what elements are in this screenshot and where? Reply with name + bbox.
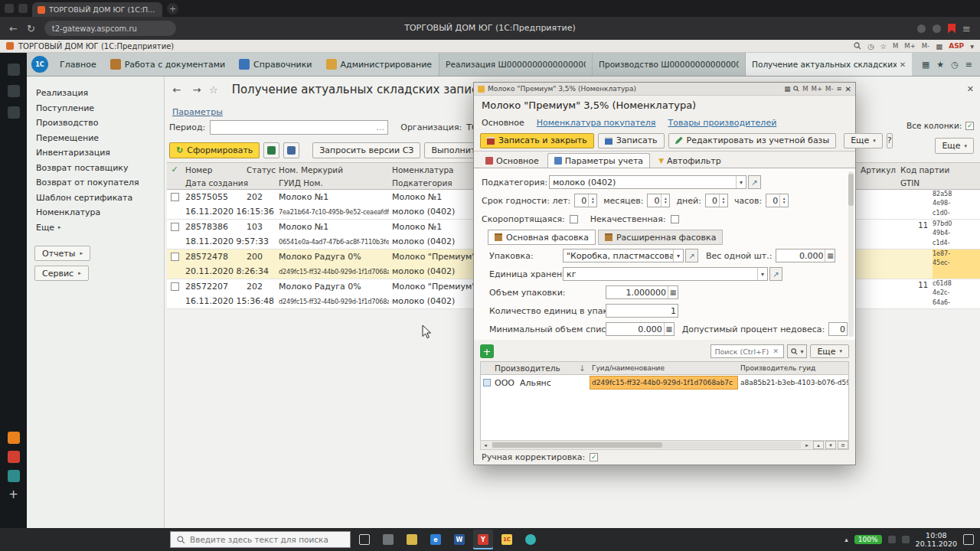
form-forward-button[interactable]: →	[189, 83, 204, 96]
taskbar-app-teal-icon[interactable]	[521, 530, 541, 549]
subtab-main[interactable]: Основное	[479, 153, 546, 168]
dropdown-icon[interactable]: ▾	[736, 176, 746, 188]
extended-packing-tab[interactable]: Расширенная фасовка	[598, 230, 723, 245]
header-more-icon[interactable]: ▾	[970, 42, 974, 51]
row-checkbox[interactable]	[171, 193, 179, 201]
days-stepper[interactable]: 0 ▴▾	[705, 194, 728, 207]
storage-unit-field[interactable]: кг ▾	[563, 267, 768, 281]
sidebar-item-nomenclature[interactable]: Номенклатура	[27, 205, 164, 220]
calculator-icon[interactable]: ▦	[825, 249, 835, 262]
columns-more-button[interactable]: Еще ▾	[935, 138, 974, 154]
form-scrollbar[interactable]	[848, 171, 854, 337]
history-icon[interactable]: ◷	[867, 42, 874, 51]
dock-window-icon[interactable]: ▦	[784, 85, 790, 93]
dialog-titlebar[interactable]: Молоко "Премиум" 3,5% (Номенклатура) ▦ М…	[474, 83, 855, 96]
right-columns-row[interactable]: 11 97bd0 49b4- c1d4-	[856, 220, 980, 249]
request-versions-button[interactable]: Запросить версии СЗ	[312, 142, 420, 158]
subtab-autofilter[interactable]: ▼ Автофильтр	[652, 153, 728, 168]
col-status[interactable]: Статус	[243, 165, 276, 174]
extension-icon[interactable]	[933, 24, 941, 33]
right-columns-header[interactable]: Артикул Код партии GTIN	[856, 162, 980, 190]
calculator-icon[interactable]: ▦	[936, 42, 942, 51]
memory-mplus-button[interactable]: М+	[812, 85, 822, 93]
subcategory-field[interactable]: молоко (0402) ▾	[549, 175, 746, 189]
scroll-up-button[interactable]: ▴	[813, 441, 824, 449]
col-article[interactable]: Артикул	[856, 165, 897, 174]
document-tab-production[interactable]: Производство Ш00000000000000000039 от ..…	[592, 53, 745, 76]
menu-more-icon[interactable]: ≡	[965, 60, 972, 70]
sidebar-item-receipt[interactable]: Поступление	[27, 101, 164, 116]
col-batch[interactable]: Код партии	[897, 165, 949, 174]
favorites-star-icon[interactable]: ★	[936, 60, 944, 70]
producers-table-header[interactable]: Производитель ↓ Гуид/наименование Произв…	[480, 361, 849, 375]
dialog-close-icon[interactable]: ✕	[845, 85, 851, 93]
select-all-check-icon[interactable]: ✓	[171, 165, 178, 174]
onec-app-icon[interactable]: 1С	[497, 530, 517, 549]
service-button[interactable]: Сервис ▸	[34, 266, 89, 281]
sidebar-item-return-from-buyer[interactable]: Возврат от покупателя	[27, 175, 164, 191]
sidebar-item-transfer[interactable]: Перемещение	[27, 131, 164, 146]
perishable-checkbox[interactable]	[570, 215, 578, 223]
dock-add-button[interactable]: +	[8, 489, 18, 500]
word-icon[interactable]: W	[449, 530, 469, 549]
right-columns-row[interactable]: 82a58 4e98- c1d0-	[856, 190, 980, 220]
open-subcategory-button[interactable]: ↗	[748, 175, 761, 189]
open-package-button[interactable]: ↗	[685, 249, 698, 262]
bookmark-flag-icon[interactable]	[948, 24, 956, 34]
months-stepper[interactable]: 0 ▴▾	[647, 194, 670, 207]
navtab-buyer-nomenclature[interactable]: Номенклатура покупателя	[537, 118, 656, 128]
sidebar-item-inventory[interactable]: Инвентаризация	[27, 145, 164, 161]
producer-row[interactable]: ООО Альянс d249fc15-ff32-44b0-929d-1f1d7…	[480, 375, 849, 390]
taskbar-clock[interactable]: 10:08 20.11.2020	[916, 531, 957, 548]
extension-icon[interactable]	[917, 24, 926, 33]
save-button[interactable]: Записать	[598, 133, 665, 148]
producers-more-button[interactable]: Еще ▾	[810, 344, 849, 358]
row-checkbox[interactable]	[171, 253, 179, 261]
browser-menu-icon[interactable]: ≡	[962, 23, 971, 34]
dock-icon-1[interactable]	[8, 64, 20, 76]
parameters-link[interactable]: Параметры	[172, 107, 223, 117]
right-columns-row-selected[interactable]: 1e87- 45ec-	[856, 249, 980, 279]
memory-m-button[interactable]: М	[893, 42, 898, 50]
notification-center-icon[interactable]	[963, 534, 974, 545]
generate-button[interactable]: ↻ Сформировать	[169, 142, 260, 158]
sidebar-item-certificate-template[interactable]: Шаблон сертификата	[27, 191, 164, 206]
search-icon[interactable]	[854, 42, 861, 50]
browser-tab[interactable]: ТОРГОВЫЙ ДОМ ЮГ (1С:П...	[32, 2, 162, 17]
navtab-producer-goods[interactable]: Товары производителей	[668, 118, 776, 128]
edge-browser-icon[interactable]: e	[426, 530, 446, 549]
reports-button[interactable]: Отчеты ▸	[34, 246, 90, 261]
list-menu-button[interactable]: ≡	[838, 441, 848, 449]
col-guid-name[interactable]: Гуид/наименование	[590, 364, 738, 372]
col-producer[interactable]: Производитель	[493, 364, 579, 373]
clear-search-icon[interactable]: ✕	[773, 347, 779, 355]
row-checkbox[interactable]	[171, 282, 179, 291]
col-gtin[interactable]: GTIN	[897, 178, 920, 187]
package-field[interactable]: "Коробка, пластмассовая" ▾	[563, 249, 684, 262]
browser-back-button[interactable]: ←	[9, 23, 18, 34]
new-tab-button[interactable]: +	[167, 3, 178, 15]
producer-search-box[interactable]: ✕	[710, 344, 784, 358]
save-and-close-button[interactable]: Записать и закрыть	[480, 133, 594, 148]
menu-section-catalogs[interactable]: Справочники	[232, 53, 318, 76]
sidebar-item-production[interactable]: Производство	[27, 116, 164, 131]
file-explorer-icon[interactable]	[402, 530, 422, 549]
producer-search-input[interactable]	[714, 347, 773, 356]
taskbar-search-box[interactable]	[170, 531, 351, 548]
navtab-main[interactable]: Основное	[482, 118, 524, 128]
col-number[interactable]: Номер	[182, 165, 243, 174]
underweight-field[interactable]: 0	[828, 322, 848, 336]
dock-icon-2[interactable]	[8, 85, 20, 97]
taskbar-search-input[interactable]	[190, 535, 332, 544]
manual-correction-checkbox[interactable]: ✓	[590, 453, 598, 461]
open-storage-unit-button[interactable]: ↗	[769, 267, 782, 281]
browser-panel-icon[interactable]	[18, 4, 28, 13]
taskbar-app-gray-icon[interactable]	[378, 530, 398, 549]
window-search-icon[interactable]	[793, 86, 799, 92]
memory-mminus-button[interactable]: М-	[922, 42, 929, 50]
hours-stepper[interactable]: 0 ▴▾	[766, 194, 789, 207]
search-options-button[interactable]: ▾	[787, 344, 807, 358]
favorites-icon[interactable]: ☆	[880, 42, 887, 51]
dock-app-teal-icon[interactable]	[8, 470, 20, 482]
add-producer-button[interactable]: +	[480, 344, 494, 358]
